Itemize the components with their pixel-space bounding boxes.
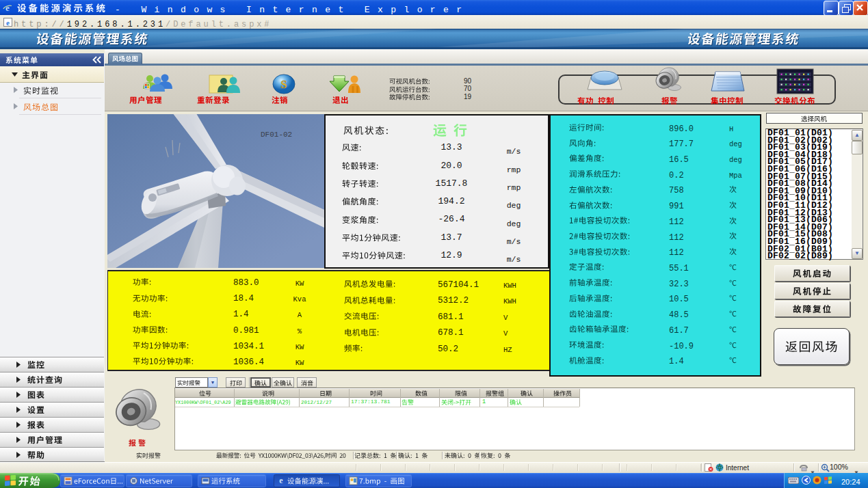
svg-text:e: e [5, 3, 10, 13]
svg-text:e: e [6, 18, 10, 27]
svg-text:S: S [281, 79, 287, 90]
svg-text:e: e [279, 476, 283, 485]
